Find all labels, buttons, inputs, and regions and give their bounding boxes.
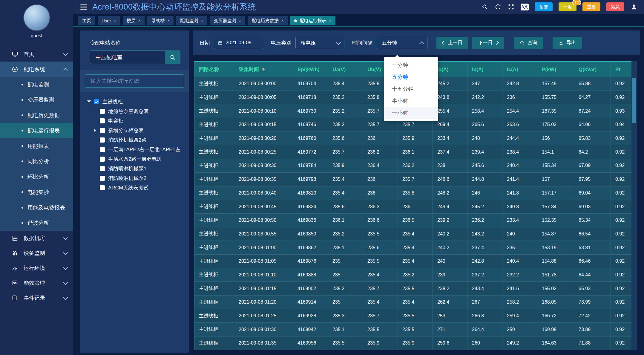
tab-配电监测[interactable]: 配电监测×	[176, 16, 207, 25]
sidebar-item-数据机房[interactable]: 数据机房	[0, 231, 73, 246]
tab-User[interactable]: User×	[98, 16, 120, 25]
checkbox[interactable]	[100, 109, 105, 114]
export-button[interactable]: 导出	[553, 37, 582, 49]
table-cell: 235.5	[398, 309, 433, 323]
refresh-icon[interactable]	[494, 3, 502, 10]
sidebar-item-首页[interactable]: 首页	[0, 47, 73, 62]
checkbox[interactable]	[100, 128, 105, 133]
dropdown-option-一小时[interactable]: 一小时	[384, 107, 438, 119]
user-icon[interactable]	[630, 3, 637, 10]
sidebar-subitem-用能报表[interactable]: 用能报表	[0, 138, 73, 154]
sidebar-subitem-变压器监测[interactable]: 变压器监测	[0, 92, 73, 108]
voltage-type-select[interactable]: 相电压	[295, 37, 344, 49]
chevron-left-icon	[442, 41, 446, 45]
sidebar-subitem-配电监测[interactable]: 配电监测	[0, 77, 73, 92]
column-header-Ua(V)[interactable]: Ua(V)	[328, 62, 363, 77]
close-icon[interactable]: ×	[239, 18, 241, 23]
tree-node-root[interactable]: 主进线柜	[87, 97, 189, 106]
tree-node[interactable]: 一层南1APE2右一层北1APE1左	[87, 145, 189, 154]
tab-主页[interactable]: 主页	[78, 16, 95, 25]
tree-node[interactable]: 消防栓机械泵2路	[87, 135, 189, 145]
close-icon[interactable]: ×	[201, 18, 203, 23]
checkbox[interactable]	[100, 147, 105, 152]
dropdown-option-十五分钟[interactable]: 十五分钟	[384, 83, 438, 95]
alarm-badge-urgent[interactable]: 紧急	[606, 2, 624, 11]
alarm-badge-important[interactable]: 重要	[582, 2, 600, 11]
table-cell: 236.2	[467, 214, 502, 227]
fullscreen-icon[interactable]	[507, 3, 515, 10]
close-icon[interactable]: ×	[329, 18, 332, 23]
table-scrollbar-track[interactable]	[631, 61, 637, 350]
tree-expand-caret[interactable]	[87, 100, 91, 103]
column-header-采集时间[interactable]: 采集时间	[234, 62, 293, 77]
checkbox[interactable]	[100, 166, 105, 171]
alarm-badge-general[interactable]: 一般12	[559, 2, 576, 11]
column-header-Epi(kWh)[interactable]: Epi(kWh)	[293, 62, 328, 77]
checkbox[interactable]	[100, 137, 105, 143]
tree-node[interactable]: ARCM无线表测试	[87, 183, 189, 192]
tab-母线槽[interactable]: 母线槽×	[147, 16, 174, 25]
sidebar-item-运行环境[interactable]: 运行环境	[0, 261, 73, 276]
close-icon[interactable]: ×	[114, 18, 116, 23]
close-icon[interactable]: ×	[281, 18, 284, 23]
checkbox[interactable]	[100, 185, 105, 190]
table-cell: 主进线柜	[194, 241, 234, 255]
checkbox[interactable]	[100, 176, 105, 181]
power-distribution-icon	[11, 66, 19, 73]
sidebar-subitem-配电运行报表[interactable]: 配电运行报表	[0, 123, 73, 139]
column-header-Ib(A)[interactable]: Ib(A)	[467, 62, 502, 77]
dropdown-option-一分钟[interactable]: 一分钟	[384, 59, 438, 71]
sidebar-subitem-同比分析[interactable]: 同比分析	[0, 154, 73, 169]
tree-node[interactable]: 电容柜	[87, 116, 189, 126]
sidebar-subitem-用能及电费报表[interactable]: 用能及电费报表	[0, 200, 73, 215]
close-icon[interactable]: ×	[167, 18, 170, 23]
column-header-P(kW)[interactable]: P(kW)	[537, 62, 574, 77]
next-day-button[interactable]: 下一日	[472, 37, 504, 49]
hamburger-menu-icon[interactable]	[80, 4, 87, 10]
interval-select[interactable]: 五分钟	[377, 37, 427, 49]
checkbox[interactable]	[100, 118, 105, 123]
tree-filter-input[interactable]	[85, 74, 184, 88]
tree-node[interactable]: 生活水泵2路一层弱电房	[87, 154, 189, 164]
checkbox[interactable]	[100, 157, 105, 162]
sidebar-subitem-谐波分析[interactable]: 谐波分析	[0, 215, 73, 231]
translate-icon[interactable]: A文	[521, 4, 529, 10]
column-header-Pf[interactable]: Pf	[611, 62, 632, 77]
station-name-input[interactable]	[90, 51, 165, 64]
table-scrollbar-thumb[interactable]	[632, 78, 636, 123]
sort-icon[interactable]	[262, 66, 265, 73]
sidebar-subitem-环比分析[interactable]: 环比分析	[0, 169, 73, 185]
tab-配电历史数据[interactable]: 配电历史数据×	[248, 16, 288, 25]
tab-配电运行报表[interactable]: 配电运行报表×	[290, 16, 335, 25]
tab-楼层[interactable]: 楼层×	[123, 16, 145, 25]
tree-node[interactable]: 消防喷淋机械泵2	[87, 173, 189, 183]
tree-node[interactable]: 消防喷淋机械泵1	[87, 164, 189, 173]
date-picker[interactable]: 2021-09-08	[214, 37, 263, 49]
column-header-回路名称[interactable]: 回路名称	[194, 62, 234, 77]
column-header-Q(kVar)[interactable]: Q(kVar)	[574, 62, 611, 77]
tab-变压器监测[interactable]: 变压器监测×	[210, 16, 245, 25]
sidebar-subitem-电能集抄[interactable]: 电能集抄	[0, 185, 73, 200]
prev-day-button[interactable]: 上一日	[436, 37, 468, 49]
sidebar-item-能效管理[interactable]: 能效管理	[0, 276, 73, 290]
sidebar-item-设备监测[interactable]: 设备监测	[0, 246, 73, 261]
search-icon[interactable]	[481, 3, 488, 10]
sidebar-item-事件记录[interactable]: 事件记录	[0, 290, 73, 305]
table-cell: 0.92	[611, 200, 632, 214]
dropdown-option-半小时[interactable]: 半小时	[384, 95, 438, 107]
column-header-Ic(A)[interactable]: Ic(A)	[502, 62, 537, 77]
checkbox[interactable]	[94, 99, 99, 104]
sidebar-subitem-label: 环比分析	[27, 173, 49, 180]
tree-collapsed-caret[interactable]	[94, 128, 96, 132]
tree-node[interactable]: 新增分立柜总表	[87, 126, 189, 135]
table-cell: 0.92	[611, 173, 632, 186]
station-search-button[interactable]	[165, 51, 180, 64]
table-cell: 65.88	[574, 77, 611, 91]
tree-node[interactable]: 地源热泵空调总表	[87, 106, 189, 116]
close-icon[interactable]: ×	[138, 18, 141, 23]
dropdown-option-五分钟[interactable]: 五分钟	[384, 71, 438, 83]
sidebar-item-配电系统[interactable]: 配电系统	[0, 62, 73, 77]
query-button[interactable]: 查询	[514, 37, 543, 49]
sidebar-subitem-配电历史数据[interactable]: 配电历史数据	[0, 108, 73, 123]
alarm-badge-warning[interactable]: 预警	[535, 2, 553, 11]
